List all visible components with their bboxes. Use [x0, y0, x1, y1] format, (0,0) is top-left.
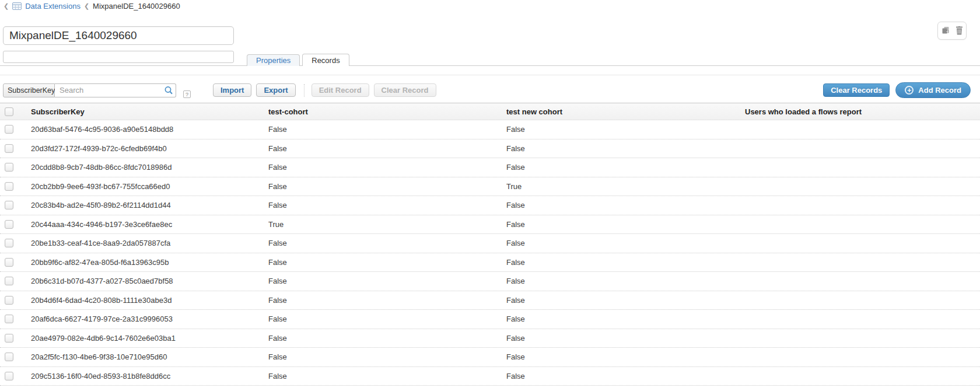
- row-checkbox[interactable]: [5, 125, 13, 134]
- table-row[interactable]: 20d3fd27-172f-4939-b72c-6cfedb69f4b0 Fal…: [0, 139, 980, 159]
- table-row[interactable]: 20a2f5fc-f130-4be6-9f38-10e710e95d60 Fal…: [0, 348, 980, 367]
- cell-subscriber-key: 20be1b33-ceaf-41ce-8aa9-2da057887cfa: [31, 239, 268, 247]
- add-record-button[interactable]: + Add Record: [895, 82, 971, 98]
- column-header-flows-report[interactable]: Users who loaded a flows report: [745, 107, 980, 116]
- copy-icon[interactable]: [942, 26, 950, 35]
- cell-test-new-cohort: False: [506, 315, 745, 323]
- export-button[interactable]: Export: [256, 83, 295, 97]
- toolbar-top-divider: [0, 75, 980, 75]
- table-row[interactable]: 20be1b33-ceaf-41ce-8aa9-2da057887cfa Fal…: [0, 234, 980, 253]
- cell-test-new-cohort: False: [506, 220, 745, 229]
- data-extension-records-page: ❮ Data Extensions ❮ MixpanelDE_164002966…: [0, 0, 980, 391]
- cell-subscriber-key: 20d3fd27-172f-4939-b72c-6cfedb69f4b0: [31, 144, 268, 153]
- select-all-checkbox[interactable]: [5, 107, 13, 116]
- row-checkbox[interactable]: [5, 372, 13, 380]
- search-input[interactable]: [55, 83, 176, 97]
- cell-test-new-cohort: False: [506, 277, 745, 285]
- cell-test-cohort: False: [268, 315, 506, 323]
- tab-bar: Properties Records: [247, 54, 349, 66]
- table-row[interactable]: 20ae4979-082e-4db6-9c14-7602e6e03ba1 Fal…: [0, 329, 980, 348]
- add-record-label: Add Record: [918, 86, 961, 95]
- clear-record-button[interactable]: Clear Record: [374, 83, 436, 97]
- table-row[interactable]: 20af6dca-6627-4179-97ce-2a31c9996053 Fal…: [0, 310, 980, 329]
- row-checkbox[interactable]: [5, 239, 13, 247]
- row-checkbox[interactable]: [5, 258, 13, 267]
- cell-test-cohort: False: [268, 258, 506, 267]
- breadcrumb-current: MixpanelDE_1640029660: [93, 2, 180, 11]
- row-checkbox-cell: [0, 239, 31, 247]
- edit-record-button[interactable]: Edit Record: [312, 83, 369, 97]
- breadcrumb-link-data-extensions[interactable]: Data Extensions: [25, 2, 80, 11]
- row-checkbox-cell: [0, 220, 31, 229]
- cell-test-cohort: False: [268, 352, 506, 361]
- row-checkbox[interactable]: [5, 334, 13, 343]
- row-checkbox-cell: [0, 201, 31, 210]
- row-checkbox[interactable]: [5, 277, 13, 285]
- row-checkbox[interactable]: [5, 220, 13, 229]
- cell-subscriber-key: 20cdd8b8-9cb7-48db-86cc-8fdc7018986d: [31, 163, 268, 172]
- cell-test-cohort: False: [268, 239, 506, 247]
- data-extension-icon: [12, 2, 22, 10]
- import-button[interactable]: Import: [213, 83, 251, 97]
- row-checkbox[interactable]: [5, 315, 13, 323]
- table-row[interactable]: 20b4d6f4-6dad-4c20-808b-1111e30abe3d Fal…: [0, 291, 980, 310]
- cell-subscriber-key: 20d63baf-5476-4c95-9036-a90e5148bdd8: [31, 125, 268, 134]
- breadcrumb-separator-icon: ❮: [84, 3, 89, 9]
- cell-test-new-cohort: False: [506, 125, 745, 134]
- table-row[interactable]: 20cdd8b8-9cb7-48db-86cc-8fdc7018986d Fal…: [0, 158, 980, 177]
- column-header-subscriber-key[interactable]: SubscriberKey: [31, 107, 268, 116]
- name-input[interactable]: [3, 26, 234, 45]
- row-checkbox-cell: [0, 258, 31, 267]
- cell-test-cohort: False: [268, 334, 506, 343]
- search-icon[interactable]: [164, 86, 173, 95]
- row-checkbox-cell: [0, 163, 31, 172]
- table-row[interactable]: 20b6c31d-b07d-4377-a027-85c0aed7bf58 Fal…: [0, 272, 980, 291]
- cell-subscriber-key: 20b4d6f4-6dad-4c20-808b-1111e30abe3d: [31, 296, 268, 305]
- cell-test-new-cohort: False: [506, 239, 745, 247]
- row-checkbox-cell: [0, 296, 31, 305]
- tab-records[interactable]: Records: [302, 54, 349, 66]
- row-checkbox[interactable]: [5, 201, 13, 210]
- row-checkbox-cell: [0, 182, 31, 191]
- cell-test-cohort: False: [268, 163, 506, 172]
- row-checkbox-cell: [0, 352, 31, 361]
- table-row[interactable]: 20c44aaa-434c-4946-b197-3e3ce6fae8ec Tru…: [0, 215, 980, 235]
- help-icon[interactable]: ?: [183, 90, 191, 98]
- table-row[interactable]: 20c83b4b-ad2e-45f0-89b2-6f2114dd1d44 Fal…: [0, 196, 980, 215]
- delete-icon[interactable]: [956, 26, 963, 35]
- table-row[interactable]: 20cb2bb9-9ee6-493f-bc67-755fcca66ed0 Fal…: [0, 177, 980, 197]
- plus-icon: +: [905, 86, 914, 95]
- back-chevron-icon[interactable]: ❮: [4, 3, 9, 9]
- cell-test-cohort: False: [268, 144, 506, 153]
- cell-test-new-cohort: True: [506, 182, 745, 191]
- toolbar-separator: [304, 84, 304, 97]
- row-checkbox-cell: [0, 144, 31, 153]
- column-header-test-cohort[interactable]: test-cohort: [268, 107, 506, 116]
- row-checkbox[interactable]: [5, 352, 13, 361]
- row-checkbox-cell: [0, 277, 31, 285]
- cell-test-new-cohort: False: [506, 352, 745, 361]
- search-field-dropdown[interactable]: SubscriberKey ▾: [3, 83, 55, 97]
- row-checkbox[interactable]: [5, 163, 13, 172]
- table-row[interactable]: 209c5136-16f0-40ed-8593-81b8fe8dd6cc Fal…: [0, 367, 980, 386]
- clear-records-button[interactable]: Clear Records: [823, 83, 890, 97]
- cell-subscriber-key: 20af6dca-6627-4179-97ce-2a31c9996053: [31, 315, 268, 323]
- cell-subscriber-key: 20a2f5fc-f130-4be6-9f38-10e710e95d60: [31, 352, 268, 361]
- row-checkbox-cell: [0, 315, 31, 323]
- row-checkbox-cell: [0, 334, 31, 343]
- column-header-test-new-cohort[interactable]: test new cohort: [506, 107, 745, 116]
- cell-test-cohort: True: [268, 220, 506, 229]
- row-checkbox-cell: [0, 372, 31, 380]
- table-row[interactable]: 20d63baf-5476-4c95-9036-a90e5148bdd8 Fal…: [0, 120, 980, 139]
- row-checkbox[interactable]: [5, 296, 13, 305]
- row-checkbox[interactable]: [5, 182, 13, 191]
- table-body: 20d63baf-5476-4c95-9036-a90e5148bdd8 Fal…: [0, 120, 980, 386]
- table-row[interactable]: 20bb9f6c-af82-47ea-805d-f6a13963c95b Fal…: [0, 253, 980, 273]
- external-key-input[interactable]: [3, 51, 234, 63]
- tab-properties[interactable]: Properties: [247, 54, 300, 66]
- header-actions: [937, 22, 967, 40]
- cell-test-cohort: False: [268, 372, 506, 380]
- row-checkbox[interactable]: [5, 144, 13, 153]
- cell-test-new-cohort: False: [506, 372, 745, 380]
- cell-test-cohort: False: [268, 182, 506, 191]
